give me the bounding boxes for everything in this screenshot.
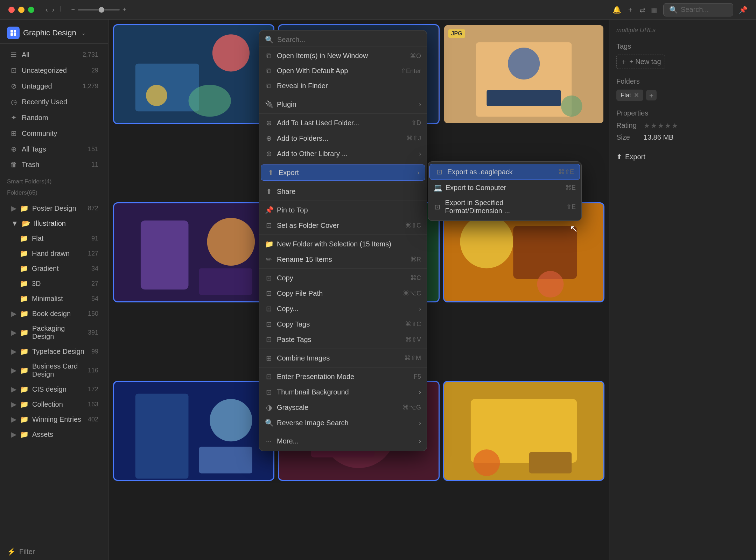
sidebar-folder-winning[interactable]: ▶ 📁 Winning Entries 402 — [3, 412, 105, 427]
sidebar-item-uncategorized[interactable]: ⊡ Uncategorized 29 — [3, 63, 105, 78]
context-item-copy-tags[interactable]: ⊡ Copy Tags ⌘⇧C — [259, 316, 427, 332]
context-search-input[interactable] — [277, 36, 421, 44]
bell-icon[interactable]: 🔔 — [612, 6, 621, 14]
pin-top-icon: 📌 — [265, 206, 273, 214]
paste-tags-label: Paste Tags — [277, 336, 312, 344]
sidebar-folder-book-design[interactable]: ▶ 📁 Book design 150 — [3, 306, 105, 321]
nav-forward-button[interactable]: › — [52, 6, 55, 14]
sidebar-folder-cis[interactable]: ▶ 📁 CIS design 172 — [3, 382, 105, 397]
sidebar-item-random[interactable]: ✦ Random — [3, 110, 105, 125]
sidebar-folder-packaging[interactable]: ▶ 📁 Packaging Design 391 — [3, 321, 105, 344]
sidebar-item-trash[interactable]: 🗑 Trash 11 — [3, 157, 105, 172]
sidebar-item-trash-label: Trash — [22, 161, 87, 169]
context-item-share[interactable]: ⬆ Share — [259, 184, 427, 199]
sync-icon[interactable]: ⇄ — [639, 6, 645, 14]
context-item-export[interactable]: ⬆ Export › ⊡ Export as .eaglepack ⌘⇧E 💻 … — [261, 164, 425, 181]
export-submenu-eaglepack[interactable]: ⊡ Export as .eaglepack ⌘⇧E — [429, 164, 580, 180]
add-icon[interactable]: ＋ — [627, 5, 634, 14]
sidebar-item-recently-used[interactable]: ◷ Recently Used — [3, 94, 105, 110]
new-tag-button[interactable]: ＋ + New tag — [616, 55, 665, 69]
sidebar-folder-business-card[interactable]: ▶ 📁 Business Card Design 116 — [3, 359, 105, 382]
share-icon: ⬆ — [265, 187, 273, 196]
context-item-grayscale[interactable]: ◑ Grayscale ⌘⌥G — [259, 400, 427, 415]
context-item-copy-ellipsis[interactable]: ⊡ Copy... › — [259, 301, 427, 316]
context-item-pin-top[interactable]: 📌 Pin to Top — [259, 202, 427, 218]
rating-stars[interactable]: ★★★★★ — [644, 121, 749, 130]
maximize-button[interactable] — [28, 7, 34, 13]
slider-thumb[interactable] — [99, 7, 104, 13]
folder-tag-flat-label: Flat — [621, 92, 631, 99]
export-button[interactable]: ⬆ Export — [616, 150, 749, 164]
sidebar-folder-minimalist[interactable]: 📁 Minimalist 54 — [15, 291, 105, 306]
context-item-new-folder[interactable]: 📁 New Folder with Selection (15 Items) — [259, 236, 427, 252]
sidebar-item-untagged-count: 1,279 — [83, 83, 98, 90]
sidebar-folder-hand-drawn[interactable]: 📁 Hand drawn 127 — [15, 246, 105, 261]
context-item-copy-file-path[interactable]: ⊡ Copy File Path ⌘⌥C — [259, 286, 427, 301]
context-item-more[interactable]: ··· More... › — [259, 434, 427, 449]
nav-back-button[interactable]: ‹ — [46, 6, 48, 14]
folder-label-minimalist: Minimalist — [32, 295, 63, 303]
separator-9 — [259, 367, 427, 368]
sidebar-item-untagged[interactable]: ⊘ Untagged 1,279 — [3, 78, 105, 94]
copy-icon: ⊡ — [265, 274, 273, 282]
context-item-paste-tags[interactable]: ⊡ Paste Tags ⌘⇧V — [259, 332, 427, 347]
folder-label-hand-drawn: Hand drawn — [32, 250, 70, 258]
minimize-button[interactable] — [18, 7, 24, 13]
sidebar-item-all-tags[interactable]: ⊕ All Tags 151 — [3, 141, 105, 157]
context-item-reverse-image-search[interactable]: 🔍 Reverse Image Search › — [259, 415, 427, 430]
context-item-plugin[interactable]: 🔌 Plugin › — [259, 97, 427, 112]
context-item-thumbnail-bg[interactable]: ⊡ Thumbnail Background › — [259, 384, 427, 400]
search-label: Search... — [681, 6, 709, 14]
export-submenu-format[interactable]: ⊡ Export in Specified Format/Dimension .… — [428, 195, 581, 218]
search-bar[interactable]: 🔍 Search... — [663, 3, 733, 16]
layout-icon[interactable]: ▦ — [651, 6, 658, 14]
context-item-combine-images[interactable]: ⊞ Combine Images ⌘⇧M — [259, 350, 427, 366]
context-item-add-other-library[interactable]: ⊕ Add to Other Library ... › — [259, 146, 427, 161]
sidebar-folder-collection[interactable]: ▶ 📁 Collection 163 — [3, 397, 105, 412]
pin-top-label: Pin to Top — [277, 206, 308, 214]
filter-button[interactable]: ⚡ Filter — [0, 543, 108, 560]
copy-tags-label: Copy Tags — [277, 320, 310, 328]
context-item-set-folder-cover[interactable]: ⊡ Set as Folder Cover ⌘⇧C — [259, 218, 427, 233]
copy-tags-shortcut: ⌘⇧C — [405, 320, 421, 328]
sidebar-item-recently-used-label: Recently Used — [22, 98, 94, 106]
pin-icon[interactable]: 📌 — [739, 6, 748, 14]
folder-icon-business-card: 📁 — [20, 366, 29, 374]
export-submenu-computer[interactable]: 💻 Export to Computer ⌘E — [428, 180, 581, 195]
slider-track[interactable] — [78, 9, 120, 10]
sidebar-item-community[interactable]: ⊞ Community — [3, 126, 105, 141]
zoom-slider[interactable]: − + — [71, 6, 126, 13]
content-area: JPG — [108, 20, 609, 560]
copy-ellipsis-icon: ⊡ — [265, 304, 273, 313]
copy-file-path-shortcut: ⌘⌥C — [403, 289, 421, 297]
context-item-add-folders[interactable]: ⊕ Add to Folders... ⌘⇧J — [259, 131, 427, 146]
context-item-open-new-window[interactable]: ⧉ Open Item(s) in New Window ⌘O — [259, 48, 427, 63]
context-item-open-default[interactable]: ⧉ Open With Default App ⇧Enter — [259, 63, 427, 78]
sidebar-folder-gradient[interactable]: 📁 Gradient 34 — [15, 261, 105, 276]
filter-icon: ⚡ — [7, 547, 16, 556]
folder-icon-illustration: 📂 — [22, 219, 30, 227]
export-arrow: › — [417, 169, 419, 176]
add-folder-button[interactable]: ＋ — [646, 90, 657, 100]
context-item-reveal-finder[interactable]: ⧉ Reveal in Finder — [259, 78, 427, 93]
sidebar-folder-flat[interactable]: 📁 Flat 91 — [15, 231, 105, 246]
separator-6 — [259, 234, 427, 235]
context-item-presentation[interactable]: ⊡ Enter Presentation Mode F5 — [259, 369, 427, 384]
folder-tag-flat-remove[interactable]: ✕ — [634, 91, 639, 99]
paste-tags-icon: ⊡ — [265, 335, 273, 344]
sidebar-folder-3d[interactable]: 📁 3D 27 — [15, 276, 105, 291]
folder-icon-typeface: 📁 — [20, 347, 29, 356]
sidebar-folder-typeface[interactable]: ▶ 📁 Typeface Design 99 — [3, 344, 105, 359]
sidebar-item-trash-count: 11 — [91, 161, 98, 168]
context-item-rename[interactable]: ✏ Rename 15 Items ⌘R — [259, 252, 427, 267]
close-button[interactable] — [8, 7, 15, 13]
sidebar-folder-illustration[interactable]: ▼ 📂 Illustration — [3, 216, 105, 231]
filter-label: Filter — [19, 548, 35, 556]
sidebar-folder-assets[interactable]: ▶ 📁 Assets — [3, 427, 105, 442]
sidebar-folder-poster-design[interactable]: ▶ 📁 Poster Design 872 — [3, 201, 105, 216]
export-icon: ⬆ — [267, 168, 274, 177]
context-item-add-last-used[interactable]: ⊕ Add To Last Used Folder... ⇧D — [259, 115, 427, 131]
sidebar-item-all[interactable]: ☰ All 2,731 — [3, 47, 105, 62]
expand-icon-typeface: ▶ — [11, 347, 16, 356]
context-item-copy[interactable]: ⊡ Copy ⌘C — [259, 270, 427, 286]
